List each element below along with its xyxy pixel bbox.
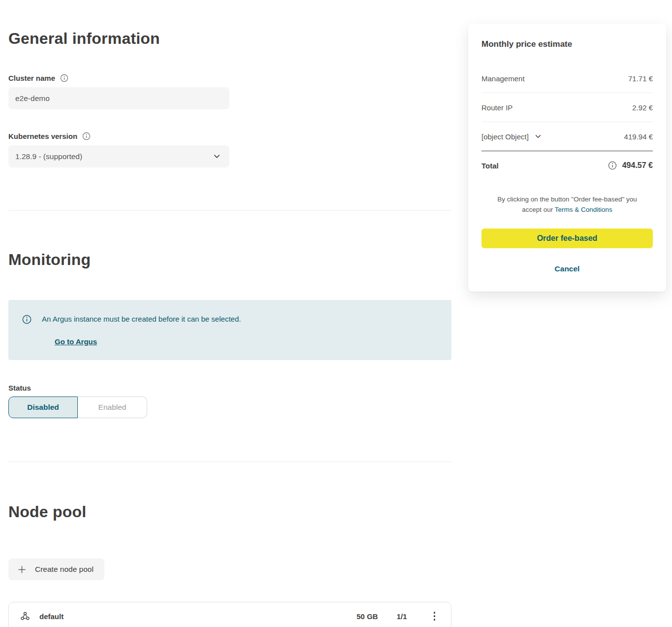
cluster-name-label: Cluster name (8, 74, 55, 82)
node-pool-row[interactable]: default 50 GB 1/1 (8, 602, 451, 627)
monitoring-title: Monitoring (8, 250, 451, 269)
chevron-down-icon (213, 153, 221, 160)
disclaimer-prefix: accept our (522, 206, 555, 213)
node-pool-count: 1/1 (397, 612, 407, 621)
price-row-label: Router IP (481, 103, 512, 112)
monthly-price-estimate-card: Monthly price estimate Management 71.71 … (468, 24, 666, 292)
terms-and-conditions-link[interactable]: Terms & Conditions (555, 206, 612, 213)
price-row-label: [object Object] (481, 132, 529, 141)
chevron-down-icon[interactable] (535, 133, 542, 140)
price-row-value: 2.92 € (632, 103, 653, 112)
cluster-create-form: General information Cluster name Kuberne… (8, 0, 451, 627)
total-info-icon[interactable] (608, 161, 617, 170)
cancel-button[interactable]: Cancel (481, 264, 653, 273)
price-row-management: Management 71.71 € (481, 64, 653, 93)
info-icon (22, 315, 32, 326)
status-toggle-group: Disabled Enabled (8, 396, 147, 418)
banner-message: An Argus instance must be created before… (42, 314, 241, 324)
k8s-version-selected-value: 1.28.9 - (supported) (15, 152, 82, 161)
order-fee-based-button[interactable]: Order fee-based (481, 229, 653, 248)
cluster-name-label-row: Cluster name (8, 74, 451, 82)
price-row-router-ip: Router IP 2.92 € (481, 93, 653, 122)
price-row-value: 71.71 € (628, 74, 653, 83)
disclaimer-line1: By clicking on the button "Order fee-bas… (497, 196, 637, 203)
price-row-label: Management (481, 74, 525, 83)
order-disclaimer: By clicking on the button "Order fee-bas… (481, 194, 653, 215)
k8s-version-label-row: Kubernetes version (8, 132, 451, 140)
price-row-node-pools: [object Object] 419.94 € (481, 122, 653, 151)
plus-icon (17, 565, 27, 574)
k8s-version-select[interactable]: 1.28.9 - (supported) (8, 145, 229, 167)
section-divider (8, 210, 451, 211)
cluster-nodes-icon (20, 611, 31, 622)
node-pool-title: Node pool (8, 502, 451, 522)
general-information-title: General information (8, 29, 451, 48)
create-node-pool-button[interactable]: Create node pool (8, 559, 104, 580)
total-value: 494.57 € (622, 161, 653, 170)
section-divider (8, 462, 451, 462)
k8s-version-info-icon[interactable] (82, 132, 91, 140)
argus-info-banner: An Argus instance must be created before… (8, 300, 451, 360)
k8s-version-label: Kubernetes version (8, 132, 77, 140)
status-option-disabled[interactable]: Disabled (8, 396, 78, 418)
price-card-title: Monthly price estimate (481, 39, 653, 49)
cluster-name-input[interactable] (8, 87, 229, 109)
price-total-row: Total 494.57 € (481, 151, 653, 180)
create-node-pool-label: Create node pool (35, 565, 94, 574)
go-to-argus-link[interactable]: Go to Argus (55, 337, 97, 346)
status-label: Status (8, 384, 451, 392)
node-pool-storage: 50 GB (356, 612, 378, 621)
cluster-name-info-icon[interactable] (60, 74, 68, 82)
node-pool-name: default (39, 612, 356, 621)
node-pool-menu-icon[interactable] (430, 609, 440, 624)
status-option-enabled[interactable]: Enabled (78, 396, 147, 418)
price-row-value: 419.94 € (624, 132, 653, 141)
total-label: Total (481, 162, 499, 170)
